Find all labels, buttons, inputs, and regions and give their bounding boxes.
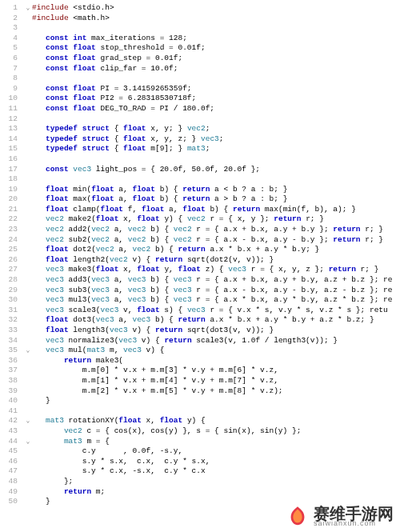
code-line[interactable]: } (32, 396, 400, 406)
line-number: 48 (0, 477, 18, 487)
code-line[interactable]: float dot3(vec3 a, vec3 b) { return a.x … (32, 315, 400, 326)
fold-guide (24, 497, 32, 507)
code-line[interactable]: return m; (32, 487, 400, 498)
code-line[interactable]: float length3(vec3 v) { return sqrt(dot3… (32, 326, 400, 336)
line-number: 49 (0, 487, 18, 498)
code-line[interactable]: typedef struct { float m[9]; } mat3; (32, 144, 400, 154)
code-line[interactable]: m.m[0] * v.x + m.m[3] * v.y + m.m[6] * v… (32, 366, 400, 376)
watermark-sub: saiwianxun.com (314, 520, 376, 527)
line-number: 15 (0, 144, 18, 154)
fold-guide (24, 446, 32, 457)
fold-guide (24, 235, 32, 246)
code-line[interactable]: mat3 m = { (32, 437, 400, 447)
code-line[interactable]: vec2 make2(float x, float y) { vec2 r = … (32, 214, 400, 225)
code-line[interactable] (32, 406, 400, 417)
line-number: 5 (0, 43, 18, 54)
fold-guide (24, 94, 32, 104)
code-line[interactable]: vec3 mul3(vec3 a, vec3 b) { vec3 r = { a… (32, 295, 400, 306)
code-line[interactable]: vec2 sub2(vec2 a, vec2 b) { vec2 r = { a… (32, 235, 400, 246)
line-number: 42 (0, 416, 18, 426)
code-line[interactable]: return make3( (32, 356, 400, 366)
line-number: 38 (0, 376, 18, 386)
code-line[interactable]: c.y , 0.0f, -s.y, (32, 446, 400, 457)
fold-guide (24, 64, 32, 74)
code-line[interactable]: vec3 scale3(vec3 v, float s) { vec3 r = … (32, 306, 400, 316)
line-number: 17 (0, 165, 18, 175)
fold-guide (24, 386, 32, 397)
fold-toggle-icon[interactable]: ⌄ (24, 416, 32, 426)
code-line[interactable] (32, 114, 400, 125)
line-number: 20 (0, 194, 18, 205)
fold-guide (24, 84, 32, 94)
code-line[interactable]: vec3 normalize3(vec3 v) { return scale3(… (32, 336, 400, 346)
code-line[interactable]: float min(float a, float b) { return a <… (32, 185, 400, 195)
code-line[interactable]: vec3 make3(float x, float y, float z) { … (32, 265, 400, 275)
line-number: 1 (0, 3, 18, 14)
code-line[interactable]: m.m[2] * v.x + m.m[5] * v.y + m.m[8] * v… (32, 386, 400, 397)
code-line[interactable]: const float clip_far = 10.0f; (32, 64, 400, 74)
line-number: 12 (0, 114, 18, 125)
line-number: 11 (0, 104, 18, 114)
code-line[interactable] (32, 74, 400, 84)
code-area[interactable]: #include <stdio.h>#include <math.h> cons… (32, 0, 400, 532)
code-line[interactable]: float length2(vec2 v) { return sqrt(dot2… (32, 255, 400, 266)
code-line[interactable]: const float PI2 = 6.28318530718f; (32, 94, 400, 104)
fold-guide (24, 245, 32, 255)
code-line[interactable]: s.y * c.x, -s.x, c.y * c.x (32, 466, 400, 477)
line-number: 50 (0, 497, 18, 507)
fold-guide (24, 315, 32, 326)
code-line[interactable]: vec3 mul(mat3 m, vec3 v) { (32, 346, 400, 356)
code-line[interactable]: #include <math.h> (32, 14, 400, 24)
line-number: 45 (0, 446, 18, 457)
code-line[interactable]: const float DEG_TO_RAD = PI / 180.0f; (32, 104, 400, 114)
code-line[interactable] (32, 154, 400, 165)
line-number: 39 (0, 386, 18, 397)
code-line[interactable] (32, 174, 400, 185)
fold-guide (24, 124, 32, 134)
line-number: 22 (0, 214, 18, 225)
fold-guide (24, 54, 32, 64)
code-line[interactable]: s.y * s.x, c.x, c.y * s.x, (32, 457, 400, 467)
code-line[interactable]: vec3 add3(vec3 a, vec3 b) { vec3 r = { a… (32, 275, 400, 286)
line-number: 27 (0, 265, 18, 275)
fold-guide (24, 165, 32, 175)
fold-guide (24, 275, 32, 286)
code-line[interactable]: float dot2(vec2 a, vec2 b) { return a.x … (32, 245, 400, 255)
code-line[interactable]: float max(float a, float b) { return a >… (32, 194, 400, 205)
line-number: 13 (0, 124, 18, 134)
fold-guide (24, 34, 32, 44)
code-line[interactable]: const float grad_step = 0.01f; (32, 54, 400, 64)
fold-toggle-icon[interactable]: ⌄ (24, 346, 32, 356)
code-line[interactable] (32, 23, 400, 34)
code-line[interactable]: const float PI = 3.14159265359f; (32, 84, 400, 94)
code-line[interactable]: float clamp(float f, float a, float b) {… (32, 205, 400, 215)
line-number: 46 (0, 457, 18, 467)
fold-toggle-icon[interactable]: ⌄ (24, 437, 32, 447)
code-line[interactable]: mat3 rotationXY(float x, float y) { (32, 416, 400, 426)
line-number: 10 (0, 94, 18, 104)
fold-toggle-icon[interactable]: ⌄ (24, 3, 32, 14)
code-line[interactable]: }; (32, 477, 400, 487)
code-line[interactable]: vec3 sub3(vec3 a, vec3 b) { vec3 r = { a… (32, 286, 400, 296)
fold-guide (24, 43, 32, 54)
code-line[interactable]: vec2 c = { cos(x), cos(y) }, s = { sin(x… (32, 426, 400, 437)
code-line[interactable]: typedef struct { float x, y; } vec2; (32, 124, 400, 134)
fold-guide (24, 114, 32, 125)
line-number: 3 (0, 23, 18, 34)
code-line[interactable]: const vec3 light_pos = { 20.0f, 50.0f, 2… (32, 165, 400, 175)
code-line[interactable]: vec2 add2(vec2 a, vec2 b) { vec2 r = { a… (32, 225, 400, 235)
code-line[interactable]: m.m[1] * v.x + m.m[4] * v.y + m.m[7] * v… (32, 376, 400, 386)
line-number: 8 (0, 74, 18, 84)
line-number: 19 (0, 185, 18, 195)
code-line[interactable]: const float stop_threshold = 0.01f; (32, 43, 400, 54)
fold-guide (24, 356, 32, 366)
code-line[interactable]: typedef struct { float x, y, z; } vec3; (32, 134, 400, 145)
fold-guide (24, 14, 32, 24)
code-line[interactable]: #include <stdio.h> (32, 3, 400, 14)
code-line[interactable]: const int max_iterations = 128; (32, 34, 400, 44)
fold-guide (24, 154, 32, 165)
fold-guide (24, 214, 32, 225)
fold-guide (24, 295, 32, 306)
fold-guide (24, 225, 32, 235)
line-number: 9 (0, 84, 18, 94)
